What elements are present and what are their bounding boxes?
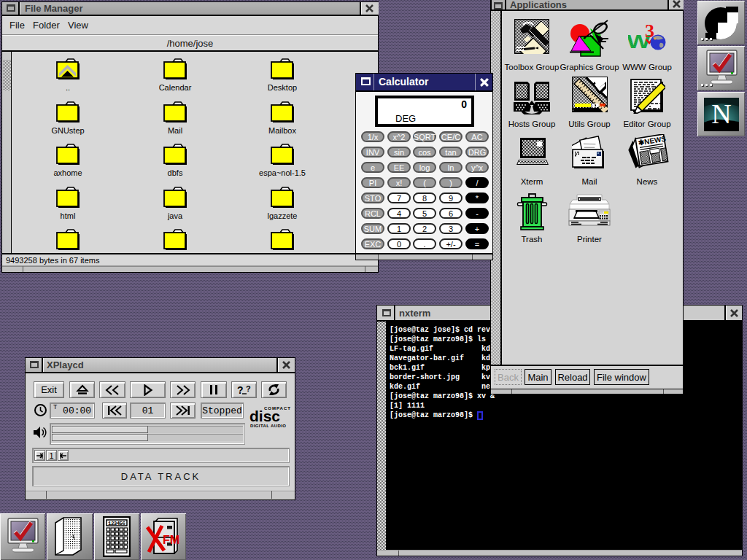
svg-text:123456: 123456: [108, 521, 125, 526]
svg-text:N: N: [711, 98, 731, 129]
svg-text:FM: FM: [163, 534, 179, 546]
svg-text:?: ?: [246, 384, 251, 393]
